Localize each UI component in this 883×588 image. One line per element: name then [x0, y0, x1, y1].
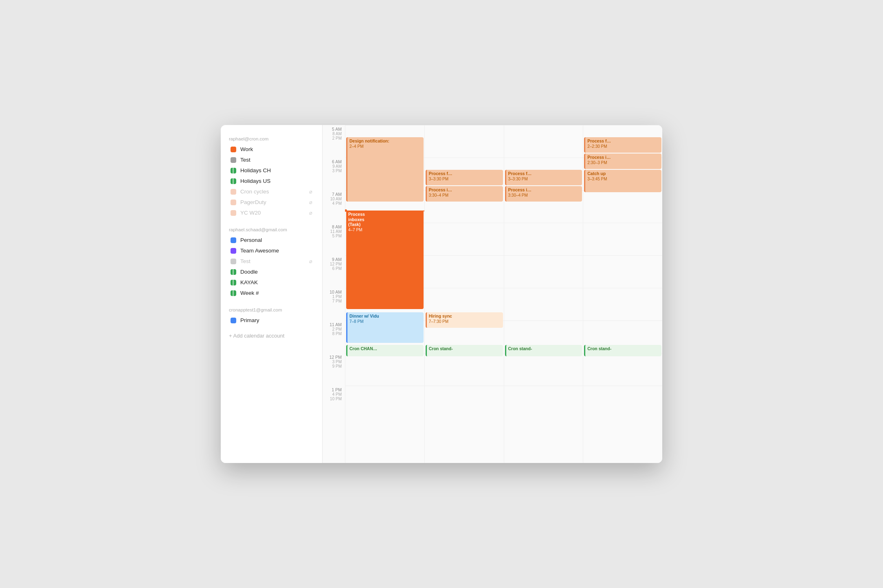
event-cron-stand-col2[interactable]: Cron stand- — [505, 345, 582, 356]
time-grid: 5 AM 8 AM 2 PM 6 AM 9 AM 3 PM 7 AM 1 — [323, 125, 662, 463]
personal-label: Personal — [240, 237, 262, 243]
time-slot-12pm: 12 PM 3 PM 9 PM — [323, 353, 345, 386]
time-slot-1pm: 1 PM 4 PM 10 PM — [323, 386, 345, 418]
sidebar-item-pagerduty[interactable]: PagerDuty ⌀ — [224, 197, 319, 207]
time-slot-9am: 9 AM 12 PM 6 PM — [323, 255, 345, 288]
time-slot-10am: 10 AM 1 PM 7 PM — [323, 288, 345, 320]
event-dinner-vidu[interactable]: Dinner w/ Vidu 7–8 PM — [346, 312, 424, 343]
sidebar-item-personal[interactable]: Personal — [224, 235, 319, 245]
yc-w20-color-dot — [231, 210, 236, 216]
primary-label: Primary — [240, 317, 259, 323]
event-process-inboxes[interactable]: Process inboxes (Task) 4–7 PM — [346, 211, 424, 309]
account-section-1: raphael@cron.com Work Test Holidays CH H… — [221, 133, 322, 218]
sidebar-item-test2[interactable]: Test ⌀ — [224, 256, 319, 266]
event-process-i-col2-2[interactable]: Process i… 3:30–4 PM — [505, 186, 582, 202]
test1-color-dot — [231, 157, 236, 163]
work-label: Work — [240, 146, 253, 152]
event-catch-up-col3[interactable]: Catch up 3–3:45 PM — [584, 170, 661, 192]
account-section-3: cronapptest1@gmail.com Primary — [221, 304, 322, 325]
day-column-2: Process f… 3–3:30 PM Process i… 3:30–4 P… — [504, 125, 583, 463]
sidebar-item-doodle[interactable]: Doodle — [224, 267, 319, 277]
sidebar-item-kayak[interactable]: KAYAK — [224, 277, 319, 287]
test2-color-dot — [231, 259, 236, 264]
yc-w20-label: YC W20 — [240, 210, 261, 216]
week-num-color-dot — [231, 290, 236, 296]
sidebar: raphael@cron.com Work Test Holidays CH H… — [221, 125, 323, 463]
sidebar-item-primary[interactable]: Primary — [224, 315, 319, 325]
event-cron-stand-col1[interactable]: Cron stand- — [426, 345, 503, 356]
event-cron-stand-col3[interactable]: Cron stand- — [584, 345, 661, 356]
cron-cycles-color-dot — [231, 189, 236, 195]
hidden-icon-yc-w20: ⌀ — [309, 210, 312, 216]
holidays-us-label: Holidays US — [240, 178, 270, 184]
event-hiring-sync[interactable]: Hiring sync 7–7:30 PM — [426, 312, 503, 328]
sidebar-item-test1[interactable]: Test — [224, 155, 319, 165]
test1-label: Test — [240, 157, 250, 163]
event-design-notification[interactable]: Design notification: 2–4 PM — [346, 137, 424, 202]
time-labels: 5 AM 8 AM 2 PM 6 AM 9 AM 3 PM 7 AM 1 — [323, 125, 345, 463]
event-process-f-col3-1[interactable]: Process f… 2–2:30 PM — [584, 137, 661, 153]
pagerduty-color-dot — [231, 200, 236, 205]
hidden-icon-pagerduty: ⌀ — [309, 199, 312, 205]
kayak-label: KAYAK — [240, 279, 258, 285]
time-slot-6am: 6 AM 9 AM 3 PM — [323, 158, 345, 190]
event-cron-chan[interactable]: Cron CHAN… — [346, 345, 424, 356]
sidebar-item-work[interactable]: Work — [224, 144, 319, 154]
day-column-3: Process f… 2–2:30 PM Process i… 2:30–3 P… — [583, 125, 662, 463]
time-slot-8am: 8 AM 11 AM 5 PM — [323, 223, 345, 255]
test2-label: Test — [240, 258, 250, 264]
holidays-ch-label: Holidays CH — [240, 167, 271, 173]
personal-color-dot — [231, 237, 236, 243]
columns-area: 4:09PM Design notification: 2–4 PM Proce… — [345, 125, 662, 463]
account-email-1: raphael@cron.com — [221, 133, 322, 144]
primary-color-dot — [231, 318, 236, 323]
hidden-icon-cron-cycles: ⌀ — [309, 189, 312, 195]
team-awesome-color-dot — [231, 248, 236, 254]
day-column-0: 4:09PM Design notification: 2–4 PM Proce… — [345, 125, 424, 463]
week-num-label: Week # — [240, 290, 259, 296]
time-slot-11am: 11 AM 2 PM 8 PM — [323, 320, 345, 353]
cron-cycles-label: Cron cycles — [240, 189, 269, 195]
kayak-color-dot — [231, 280, 236, 285]
section-divider-2 — [221, 301, 322, 302]
work-color-dot — [231, 147, 236, 152]
pagerduty-label: PagerDuty — [240, 199, 266, 205]
event-process-i-col1-2[interactable]: Process i… 3:30–4 PM — [426, 186, 503, 202]
time-slot-7am: 7 AM 10 AM 4 PM — [323, 190, 345, 223]
doodle-color-dot — [231, 269, 236, 275]
event-process-i-col3-2[interactable]: Process i… 2:30–3 PM — [584, 154, 661, 169]
holidays-ch-color-dot — [231, 168, 236, 173]
account-email-3: cronapptest1@gmail.com — [221, 304, 322, 315]
app-container: raphael@cron.com Work Test Holidays CH H… — [221, 125, 662, 463]
sidebar-item-team-awesome[interactable]: Team Awesome — [224, 246, 319, 256]
holidays-us-color-dot — [231, 178, 236, 184]
account-email-2: raphael.schaad@gmail.com — [221, 224, 322, 235]
add-calendar-account-button[interactable]: + Add calendar account — [221, 329, 322, 343]
sidebar-item-holidays-ch[interactable]: Holidays CH — [224, 165, 319, 176]
time-slot-5am: 5 AM 8 AM 2 PM — [323, 125, 345, 158]
hidden-icon-test2: ⌀ — [309, 258, 312, 264]
sidebar-item-week-num[interactable]: Week # — [224, 288, 319, 298]
sidebar-item-cron-cycles[interactable]: Cron cycles ⌀ — [224, 186, 319, 197]
event-process-f-col2-1[interactable]: Process f… 3–3:30 PM — [505, 170, 582, 185]
sidebar-item-yc-w20[interactable]: YC W20 ⌀ — [224, 208, 319, 218]
account-section-2: raphael.schaad@gmail.com Personal Team A… — [221, 224, 322, 298]
section-divider-1 — [221, 221, 322, 222]
event-process-f-col1-1[interactable]: Process f… 3–3:30 PM — [426, 170, 503, 185]
doodle-label: Doodle — [240, 269, 258, 275]
day-column-1: Process f… 3–3:30 PM Process i… 3:30–4 P… — [424, 125, 504, 463]
team-awesome-label: Team Awesome — [240, 248, 279, 254]
calendar-area: 5 AM 8 AM 2 PM 6 AM 9 AM 3 PM 7 AM 1 — [323, 125, 662, 463]
sidebar-item-holidays-us[interactable]: Holidays US — [224, 176, 319, 186]
